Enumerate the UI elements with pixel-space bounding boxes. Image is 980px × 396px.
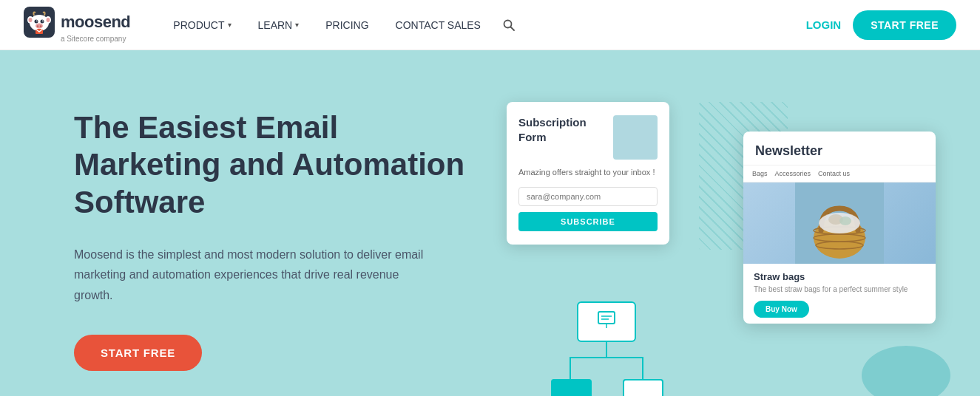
auto-right-box bbox=[623, 379, 663, 396]
subscription-form-card: Subscription Form Amazing offers straigh… bbox=[507, 102, 669, 245]
sub-form-header-image bbox=[613, 115, 658, 160]
nav-learn[interactable]: LEARN ▾ bbox=[245, 0, 313, 50]
nav-links: PRODUCT ▾ LEARN ▾ PRICING CONTACT SALES bbox=[160, 0, 805, 50]
newsletter-title: Newsletter bbox=[743, 132, 936, 165]
svg-rect-16 bbox=[598, 312, 615, 324]
hero-cta-button[interactable]: START FREE bbox=[74, 335, 202, 371]
auto-left-box bbox=[551, 379, 592, 396]
newsletter-nav: Bags Accessories Contact us bbox=[743, 165, 936, 182]
navbar-start-free-button[interactable]: START FREE bbox=[853, 10, 956, 40]
navbar: moosend a Sitecore company PRODUCT ▾ LEA… bbox=[0, 0, 980, 50]
newsletter-buy-button[interactable]: Buy Now bbox=[754, 301, 809, 318]
svg-point-7 bbox=[41, 20, 44, 24]
svg-point-4 bbox=[29, 18, 33, 22]
svg-point-1 bbox=[30, 15, 49, 31]
automation-box-icon bbox=[595, 309, 618, 335]
logo-subtitle: a Sitecore company bbox=[61, 35, 126, 43]
basket-svg bbox=[795, 182, 884, 264]
hero-section: The Easiest Email Marketing and Automati… bbox=[0, 50, 980, 396]
svg-point-12 bbox=[40, 25, 41, 27]
svg-point-8 bbox=[36, 21, 38, 22]
hero-right: Subscription Form Amazing offers straigh… bbox=[507, 72, 936, 396]
logo-icon bbox=[24, 7, 55, 38]
sub-form-subtitle: Amazing offers straight to your inbox ! bbox=[518, 167, 658, 178]
nav-pricing[interactable]: PRICING bbox=[312, 0, 382, 50]
newsletter-nav-contact: Contact us bbox=[818, 170, 850, 177]
automation-widget bbox=[551, 301, 662, 396]
nav-right: LOGIN START FREE bbox=[806, 10, 956, 40]
svg-point-11 bbox=[37, 25, 38, 27]
svg-point-27 bbox=[839, 216, 851, 225]
blob-accent bbox=[862, 346, 950, 396]
hero-title: The Easiest Email Marketing and Automati… bbox=[74, 109, 488, 221]
svg-point-10 bbox=[36, 24, 43, 29]
auto-connector-top bbox=[606, 342, 607, 357]
newsletter-product-desc: The best straw bags for a perfect summer… bbox=[754, 285, 925, 293]
newsletter-content: Straw bags The best straw bags for a per… bbox=[743, 264, 936, 324]
nav-contact-sales[interactable]: CONTACT SALES bbox=[382, 0, 494, 50]
product-arrow-icon: ▾ bbox=[228, 21, 232, 29]
login-link[interactable]: LOGIN bbox=[806, 18, 842, 31]
newsletter-nav-bags: Bags bbox=[752, 170, 768, 177]
sub-form-subscribe-button[interactable]: SUBSCRIBE bbox=[518, 212, 658, 231]
nav-product[interactable]: PRODUCT ▾ bbox=[160, 0, 244, 50]
newsletter-nav-accessories: Accessories bbox=[775, 170, 811, 177]
learn-arrow-icon: ▾ bbox=[295, 21, 299, 29]
logo-text: moosend bbox=[61, 13, 130, 32]
svg-point-6 bbox=[35, 20, 38, 24]
auto-branches bbox=[551, 357, 662, 396]
logo-area: moosend a Sitecore company bbox=[24, 7, 130, 43]
search-icon[interactable] bbox=[494, 0, 524, 50]
automation-main-box bbox=[577, 301, 636, 342]
sub-form-email-input[interactable] bbox=[518, 187, 658, 206]
svg-point-5 bbox=[47, 18, 50, 22]
hero-left: The Easiest Email Marketing and Automati… bbox=[74, 95, 488, 371]
svg-point-9 bbox=[42, 21, 44, 22]
newsletter-product-image bbox=[743, 182, 936, 264]
newsletter-product-title: Straw bags bbox=[754, 271, 925, 282]
hero-description: Moosend is the simplest and most modern … bbox=[74, 245, 429, 305]
svg-line-15 bbox=[510, 27, 514, 30]
logo-row: moosend bbox=[24, 7, 130, 38]
newsletter-card: Newsletter Bags Accessories Contact us bbox=[743, 132, 936, 324]
